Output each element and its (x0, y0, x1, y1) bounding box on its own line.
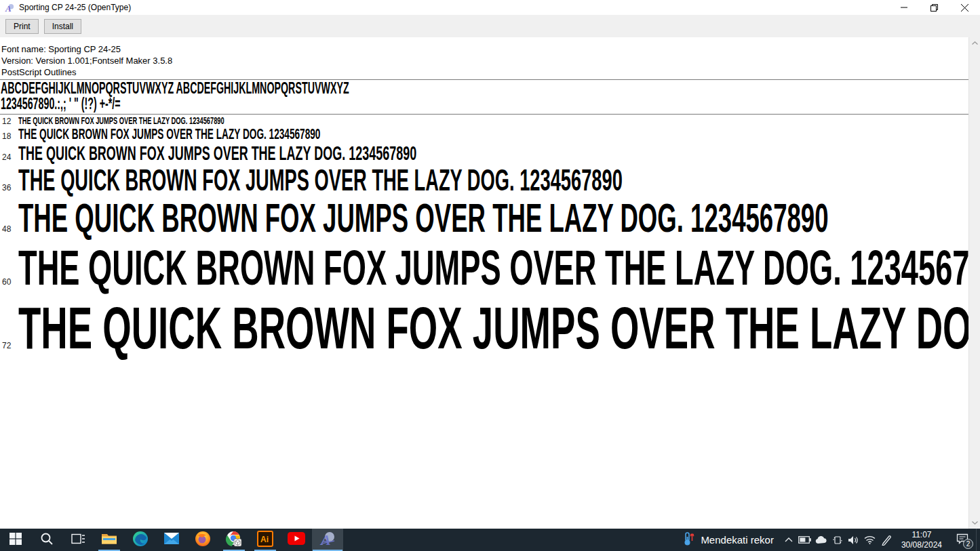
minimize-button[interactable] (888, 0, 919, 15)
font-viewer-taskbar-button[interactable]: A (312, 529, 343, 551)
thermometer-icon (683, 531, 695, 548)
scroll-down-arrow-icon[interactable] (969, 517, 980, 529)
sample-row-18pt: 18 THE QUICK BROWN FOX JUMPS OVER THE LA… (0, 126, 968, 142)
battery-icon[interactable] (797, 529, 813, 551)
file-explorer-icon (101, 532, 117, 548)
point-size-label: 24 (0, 152, 18, 162)
vertical-scrollbar[interactable] (968, 37, 980, 529)
window-controls (888, 0, 980, 15)
font-viewer-icon: A (319, 530, 336, 550)
clock-date: 30/08/2024 (901, 540, 942, 550)
illustrator-button[interactable]: Ai (250, 529, 281, 551)
weather-widget[interactable]: Mendekati rekor (676, 529, 781, 551)
pangram-sample-48pt: THE QUICK BROWN FOX JUMPS OVER THE LAZY … (18, 197, 829, 241)
chrome-icon (225, 530, 243, 550)
scrollbar-track[interactable] (969, 49, 980, 517)
wifi-icon[interactable] (862, 529, 878, 551)
close-button[interactable] (949, 0, 980, 15)
notification-badge: 2 (963, 539, 973, 549)
windows-start-icon (9, 532, 22, 548)
point-size-label: 36 (0, 183, 18, 192)
print-button[interactable]: Print (5, 19, 39, 34)
font-preview-area: Font name: Sporting CP 24-25 Version: Ve… (0, 37, 968, 529)
point-size-label: 72 (0, 341, 18, 350)
toolbar: Print Install (0, 15, 980, 37)
taskbar-right: Mendekati rekor (676, 529, 980, 551)
font-outline-line: PostScript Outlines (1, 66, 968, 78)
sample-row-12pt: 12 THE QUICK BROWN FOX JUMPS OVER THE LA… (0, 115, 968, 126)
numerals-symbols-sample: 1234567890.:,; ' " (!?) +-*/= (1, 96, 601, 112)
scroll-up-arrow-icon[interactable] (969, 37, 980, 49)
onedrive-cloud-icon[interactable] (813, 529, 829, 551)
sample-row-72pt: 72 THE QUICK BROWN FOX JUMPS OVER THE LA… (0, 295, 968, 361)
point-size-label: 48 (0, 224, 18, 234)
firefox-button[interactable] (187, 529, 218, 551)
pangram-sample-18pt: THE QUICK BROWN FOX JUMPS OVER THE LAZY … (18, 126, 320, 142)
titlebar: A Sporting CP 24-25 (OpenType) (0, 0, 980, 15)
svg-text:A: A (319, 531, 331, 548)
font-info: Font name: Sporting CP 24-25 Version: Ve… (0, 37, 968, 78)
pangram-sample-72pt: THE QUICK BROWN FOX JUMPS OVER THE LAZY … (18, 295, 968, 361)
sample-row-48pt: 48 THE QUICK BROWN FOX JUMPS OVER THE LA… (0, 197, 968, 241)
youtube-icon (288, 532, 305, 548)
file-explorer-button[interactable] (94, 529, 125, 551)
font-viewer-window: A Sporting CP 24-25 (OpenType) Print Ins… (0, 0, 980, 551)
pangram-sample-60pt: THE QUICK BROWN FOX JUMPS OVER THE LAZY … (18, 241, 968, 295)
pangram-sample-24pt: THE QUICK BROWN FOX JUMPS OVER THE LAZY … (18, 142, 416, 164)
svg-text:Ai: Ai (260, 535, 269, 544)
mail-icon (163, 532, 180, 548)
start-button[interactable] (0, 529, 31, 551)
window-title: Sporting CP 24-25 (OpenType) (19, 3, 888, 12)
edge-icon (132, 531, 149, 550)
system-tray (781, 529, 895, 551)
youtube-button[interactable] (281, 529, 312, 551)
install-button[interactable]: Install (44, 19, 81, 34)
point-size-label: 18 (0, 131, 18, 141)
svg-text:A: A (5, 3, 12, 13)
task-view-button[interactable] (62, 529, 94, 551)
sample-row-60pt: 60 THE QUICK BROWN FOX JUMPS OVER THE LA… (0, 241, 968, 295)
sample-row-24pt: 24 THE QUICK BROWN FOX JUMPS OVER THE LA… (0, 142, 968, 164)
pangram-sample-12pt: THE QUICK BROWN FOX JUMPS OVER THE LAZY … (18, 115, 224, 126)
font-viewer-app-icon: A (4, 2, 15, 13)
clock-time: 11:07 (912, 530, 931, 540)
mail-button[interactable] (156, 529, 187, 551)
chevron-up-icon[interactable] (781, 529, 797, 551)
search-button[interactable] (31, 529, 62, 551)
speaker-icon[interactable] (846, 529, 862, 551)
font-version-line: Version: Version 1.001;Fontself Maker 3.… (1, 55, 968, 66)
chrome-button[interactable] (218, 529, 250, 551)
pangram-sample-36pt: THE QUICK BROWN FOX JUMPS OVER THE LAZY … (18, 164, 623, 197)
rotation-lock-icon[interactable] (829, 529, 846, 551)
alphabet-sample: ABCDEFGHIJKLMNOPQRSTUVWXYZ ABCDEFGHIJKLM… (1, 81, 601, 96)
firefox-icon (195, 531, 211, 550)
font-name-line: Font name: Sporting CP 24-25 (1, 43, 968, 55)
point-size-label: 12 (0, 117, 18, 126)
taskbar-apps: Ai (0, 529, 343, 551)
point-size-label: 60 (0, 277, 18, 287)
clock[interactable]: 11:07 30/08/2024 (895, 529, 949, 551)
illustrator-icon: Ai (257, 531, 273, 550)
restore-button[interactable] (919, 0, 949, 15)
task-view-icon (71, 533, 85, 548)
show-desktop-button[interactable] (976, 529, 980, 551)
taskbar: Ai (0, 529, 980, 551)
search-icon (40, 532, 54, 548)
weather-label: Mendekati rekor (701, 534, 774, 546)
action-center-button[interactable]: 2 (949, 529, 976, 551)
windows-ink-pen-icon[interactable] (878, 529, 895, 551)
character-set-sample: ABCDEFGHIJKLMNOPQRSTUVWXYZ ABCDEFGHIJKLM… (0, 80, 968, 113)
edge-button[interactable] (125, 529, 156, 551)
sample-row-36pt: 36 THE QUICK BROWN FOX JUMPS OVER THE LA… (0, 164, 968, 197)
